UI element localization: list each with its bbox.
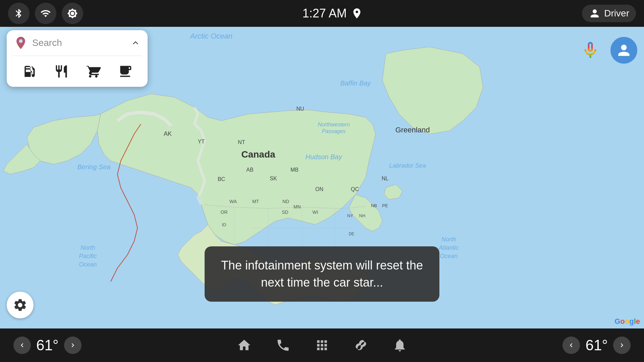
temp-left-up-button[interactable]	[64, 337, 82, 354]
bottom-center-controls	[235, 336, 409, 355]
apps-icon	[315, 338, 329, 353]
fan-icon	[354, 338, 368, 353]
top-bar: 1:27 AM Driver	[0, 0, 644, 27]
settings-button[interactable]	[7, 292, 34, 318]
svg-text:DE: DE	[349, 232, 355, 236]
svg-text:Greenland: Greenland	[395, 126, 430, 134]
current-time: 1:27 AM	[303, 6, 347, 20]
svg-text:ON: ON	[315, 186, 323, 192]
svg-text:YT: YT	[198, 139, 205, 144]
top-left-controls	[8, 3, 83, 24]
svg-text:ID: ID	[222, 222, 226, 227]
bluetooth-button[interactable]	[8, 3, 30, 24]
profile-icon	[615, 42, 632, 59]
mic-icon	[580, 40, 600, 60]
notification-text: The infotainment system will reset the n…	[221, 257, 423, 291]
top-right-controls: Driver	[582, 5, 636, 22]
temp-left-down-button[interactable]	[13, 337, 31, 354]
restaurant-shortcut[interactable]	[51, 61, 71, 81]
fan-button[interactable]	[352, 336, 370, 355]
search-bar[interactable]: Search	[7, 30, 148, 56]
svg-text:Pacific: Pacific	[79, 253, 97, 259]
svg-text:MT: MT	[252, 199, 259, 204]
svg-text:WA: WA	[229, 199, 237, 204]
mic-button[interactable]	[577, 37, 604, 64]
svg-text:North: North	[80, 244, 95, 251]
phone-button[interactable]	[274, 336, 292, 355]
chevron-right-icon	[69, 341, 77, 349]
svg-text:Canada: Canada	[241, 149, 275, 160]
bell-icon	[392, 338, 407, 353]
location-pin-icon	[351, 7, 363, 19]
svg-text:Baffin Bay: Baffin Bay	[340, 79, 371, 87]
google-logo: Google	[614, 317, 640, 326]
svg-text:PE: PE	[382, 203, 388, 208]
time-display: 1:27 AM	[303, 6, 363, 20]
notification-toast: The infotainment system will reset the n…	[205, 246, 439, 302]
svg-text:MB: MB	[290, 167, 299, 173]
bottom-bar: 61°	[0, 328, 644, 362]
coffee-shortcut[interactable]	[115, 61, 135, 81]
svg-text:QC: QC	[351, 186, 359, 192]
restaurant-icon	[54, 64, 69, 79]
gas-station-shortcut[interactable]	[19, 61, 40, 81]
home-icon	[237, 338, 252, 353]
temp-right-up-button[interactable]	[613, 337, 631, 354]
notification-button[interactable]	[390, 336, 409, 355]
svg-text:ND: ND	[282, 199, 289, 204]
search-widget: Search	[7, 30, 148, 87]
svg-text:Atlantic: Atlantic	[438, 244, 459, 251]
bottom-right-controls: 61°	[562, 337, 631, 354]
temp-right-down-button[interactable]	[562, 337, 580, 354]
shopping-cart-icon	[86, 64, 101, 79]
svg-text:Bering Sea: Bering Sea	[77, 163, 111, 171]
apps-button[interactable]	[313, 336, 331, 355]
profile-button[interactable]	[610, 37, 637, 64]
person-icon	[589, 7, 601, 19]
search-label: Search	[32, 38, 126, 48]
temp-right-value: 61°	[585, 337, 608, 354]
svg-text:BC: BC	[218, 176, 225, 182]
settings-icon	[13, 298, 28, 312]
svg-text:SK: SK	[270, 176, 277, 181]
svg-text:MN: MN	[293, 204, 301, 209]
gas-station-icon	[22, 64, 37, 79]
svg-text:Hudson Bay: Hudson Bay	[306, 153, 342, 161]
svg-text:Passages: Passages	[322, 128, 345, 134]
svg-text:NT: NT	[238, 139, 245, 145]
maps-logo-icon	[13, 36, 28, 50]
svg-text:Northwestern: Northwestern	[318, 122, 350, 127]
svg-text:OR: OR	[221, 209, 228, 215]
svg-text:NB: NB	[371, 203, 377, 208]
phone-icon	[276, 338, 290, 353]
svg-text:SD: SD	[282, 209, 288, 215]
svg-text:Ocean: Ocean	[79, 261, 97, 268]
svg-text:NL: NL	[382, 176, 389, 181]
brightness-button[interactable]	[62, 3, 83, 24]
chevron-up-icon	[130, 38, 141, 48]
svg-text:AB: AB	[246, 167, 253, 173]
brightness-icon	[67, 8, 78, 19]
svg-text:Labrador Sea: Labrador Sea	[389, 162, 426, 169]
svg-text:Arctic Ocean: Arctic Ocean	[190, 32, 232, 40]
coffee-icon	[118, 64, 132, 79]
home-button[interactable]	[235, 336, 254, 355]
svg-text:WI: WI	[312, 209, 318, 215]
chevron-right-icon-right	[618, 341, 626, 349]
wifi-button[interactable]	[35, 3, 56, 24]
driver-label: Driver	[604, 8, 629, 19]
temp-left-value: 61°	[36, 337, 59, 354]
search-shortcuts	[7, 56, 148, 87]
grocery-shortcut[interactable]	[83, 61, 103, 81]
svg-text:NY: NY	[347, 213, 353, 218]
bluetooth-icon	[13, 8, 24, 19]
chevron-left-icon	[18, 341, 26, 349]
map-area[interactable]: Arctic Ocean Baffin Bay Hudson Bay Labra…	[0, 27, 644, 328]
wifi-icon	[40, 8, 51, 19]
driver-button[interactable]: Driver	[582, 5, 636, 22]
bottom-left-controls: 61°	[13, 337, 82, 354]
svg-text:Ocean: Ocean	[440, 253, 458, 259]
svg-text:North: North	[441, 236, 456, 243]
svg-text:NU: NU	[296, 106, 304, 112]
chevron-left-icon-right	[567, 341, 575, 349]
